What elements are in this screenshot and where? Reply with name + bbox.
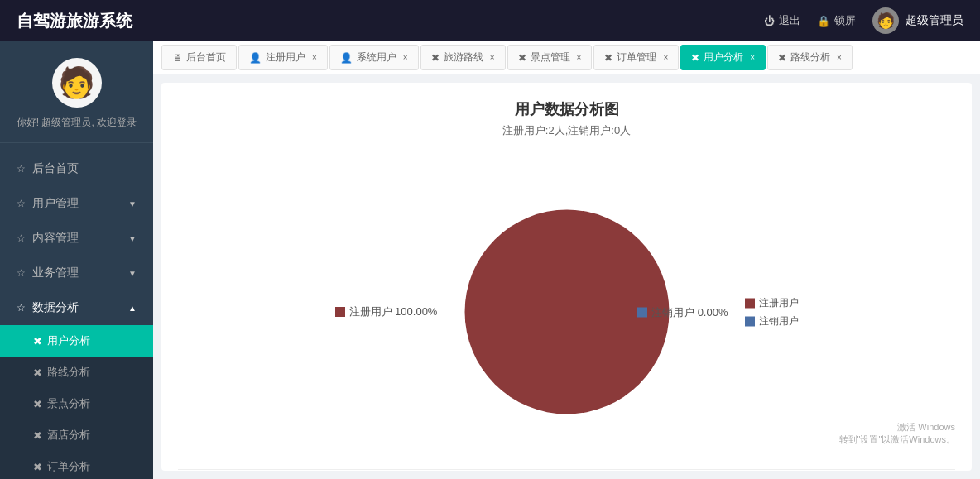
- header-username: 超级管理员: [906, 13, 963, 28]
- sidebar-item-content-mgmt[interactable]: ☆ 内容管理 ▼: [0, 221, 153, 256]
- sidebar-subitem-order-analysis[interactable]: ✖ 订单分析: [0, 451, 153, 479]
- sidebar-subitem-hotel-analysis-label: 酒店分析: [47, 428, 90, 443]
- chevron-up-icon: ▲: [128, 304, 137, 313]
- chevron-down-icon: ▼: [128, 199, 137, 208]
- chevron-down-icon-3: ▼: [128, 269, 137, 278]
- scenic-icon: ✖: [33, 398, 42, 410]
- sidebar-subitem-scenic-analysis[interactable]: ✖ 景点分析: [0, 388, 153, 419]
- star-icon-2: ☆: [17, 198, 26, 209]
- chevron-down-icon-2: ▼: [128, 234, 137, 243]
- sidebar-subitem-route-analysis-label: 路线分析: [47, 365, 90, 380]
- sidebar-item-data-analysis-label: 数据分析: [32, 300, 79, 315]
- monitor-icon: 🖥: [172, 52, 182, 64]
- power-icon: ⏻: [764, 15, 775, 27]
- hotel-icon: ✖: [33, 429, 42, 442]
- legend-item-registered: 注册用户: [745, 296, 799, 310]
- legend-color-registered: [745, 298, 755, 308]
- tab-close-order-mgmt[interactable]: ×: [663, 53, 668, 62]
- route-tab-icon: ✖: [431, 52, 440, 64]
- analysis-icon: ✖: [33, 335, 42, 347]
- page-content: 用户数据分析图 注册用户:2人,注销用户:0人 注册用户 100.00%: [161, 83, 972, 471]
- logout-button[interactable]: ⏻ 退出: [764, 13, 800, 28]
- sidebar-item-content-mgmt-label: 内容管理: [32, 231, 79, 246]
- sidebar-subitem-user-analysis-label: 用户分析: [47, 333, 90, 348]
- legend-color-cancelled: [745, 316, 755, 326]
- sidebar-subitem-user-analysis[interactable]: ✖ 用户分析: [0, 325, 153, 357]
- tab-close-route-analysis[interactable]: ×: [837, 53, 842, 62]
- footer: copyright ©2016-2020 All Rights reserved: [178, 469, 955, 471]
- content-area: 🖥 后台首页 👤 注册用户 × 👤 系统用户 × ✖ 旅游路线 × ✖ 景点管理: [153, 41, 980, 479]
- legend-label-cancelled: 注销用户: [759, 314, 799, 328]
- tab-close-scenic-mgmt[interactable]: ×: [577, 53, 582, 62]
- tab-tour-route[interactable]: ✖ 旅游路线 ×: [420, 45, 506, 70]
- legend-label-registered: 注册用户: [759, 296, 799, 310]
- star-icon-5: ☆: [17, 302, 26, 314]
- sidebar-user-area: 🧑 你好! 超级管理员, 欢迎登录: [0, 41, 153, 143]
- legend-item-cancelled: 注销用户: [745, 314, 799, 328]
- analysis-tab-icon: ✖: [691, 52, 699, 64]
- pie-label-registered-text: 注册用户 100.00%: [349, 304, 438, 319]
- pie-label-cancelled: 注销用户 0.00% 注册用户 注销用户: [637, 296, 798, 328]
- registered-color-box: [335, 307, 345, 317]
- route-icon: ✖: [33, 366, 42, 379]
- route-analysis-tab-icon: ✖: [778, 52, 786, 64]
- star-icon-4: ☆: [17, 267, 26, 279]
- pie-wrapper: 注册用户 100.00% 注销用户 0.00%: [319, 204, 815, 419]
- chart-subtitle: 注册用户:2人,注销用户:0人: [178, 123, 955, 138]
- tab-close-reg-user[interactable]: ×: [312, 53, 317, 62]
- cancelled-color-box: [637, 307, 647, 317]
- sidebar-item-biz-mgmt-label: 业务管理: [32, 266, 79, 280]
- tab-close-user-analysis[interactable]: ×: [750, 53, 755, 62]
- tab-close-tour-route[interactable]: ×: [490, 53, 495, 62]
- sidebar-subitem-scenic-analysis-label: 景点分析: [47, 396, 90, 411]
- pie-label-registered: 注册用户 100.00%: [335, 304, 438, 319]
- sidebar-item-home-label: 后台首页: [32, 161, 79, 176]
- sidebar-item-user-mgmt[interactable]: ☆ 用户管理 ▼: [0, 186, 153, 221]
- lock-button[interactable]: 🔒 锁屏: [817, 13, 856, 28]
- watermark-line2: 转到"设置"以激活Windows。: [839, 433, 955, 446]
- header-actions: ⏻ 退出 🔒 锁屏 🧑 超级管理员: [764, 7, 963, 34]
- sidebar-item-home[interactable]: ☆ 后台首页: [0, 151, 153, 186]
- user-area: 🧑 超级管理员: [872, 7, 963, 34]
- tab-user-analysis[interactable]: ✖ 用户分析 ×: [680, 45, 766, 70]
- sidebar-subitem-hotel-analysis[interactable]: ✖ 酒店分析: [0, 419, 153, 451]
- data-analysis-submenu: ✖ 用户分析 ✖ 路线分析 ✖ 景点分析 ✖ 酒店分析 ✖ 订单分析: [0, 325, 153, 479]
- tab-bar: 🖥 后台首页 👤 注册用户 × 👤 系统用户 × ✖ 旅游路线 × ✖ 景点管理: [153, 41, 980, 74]
- sidebar-avatar: 🧑: [52, 58, 102, 108]
- sidebar-subitem-order-analysis-label: 订单分析: [47, 459, 90, 474]
- pie-label-cancelled-text: 注销用户 0.00%: [651, 304, 728, 319]
- sidebar-item-data-analysis[interactable]: ☆ 数据分析 ▲: [0, 290, 153, 325]
- app-title: 自驾游旅游系统: [17, 10, 132, 32]
- tab-route-analysis[interactable]: ✖ 路线分析 ×: [767, 45, 853, 70]
- tab-order-mgmt[interactable]: ✖ 订单管理 ×: [593, 45, 679, 70]
- star-icon-3: ☆: [17, 232, 26, 244]
- chart-legend: 注册用户 注销用户: [745, 296, 799, 328]
- chart-title: 用户数据分析图: [178, 99, 955, 119]
- sidebar-menu: ☆ 后台首页 ☆ 用户管理 ▼ ☆ 内容管理 ▼ ☆: [0, 143, 153, 479]
- user-icon-tab1: 👤: [249, 52, 262, 64]
- avatar: 🧑: [872, 7, 899, 34]
- lock-icon: 🔒: [817, 15, 830, 27]
- star-icon: ☆: [17, 163, 26, 175]
- order-tab-icon: ✖: [604, 52, 612, 64]
- tab-scenic-mgmt[interactable]: ✖ 景点管理 ×: [507, 45, 593, 70]
- main-layout: 🧑 你好! 超级管理员, 欢迎登录 ☆ 后台首页 ☆ 用户管理 ▼ ☆: [0, 41, 980, 479]
- sidebar-item-user-mgmt-label: 用户管理: [32, 196, 79, 211]
- tab-close-sys-user[interactable]: ×: [403, 53, 408, 62]
- tab-reg-user[interactable]: 👤 注册用户 ×: [238, 45, 328, 70]
- sidebar-subitem-route-analysis[interactable]: ✖ 路线分析: [0, 357, 153, 388]
- sidebar-item-biz-mgmt[interactable]: ☆ 业务管理 ▼: [0, 256, 153, 290]
- sidebar: 🧑 你好! 超级管理员, 欢迎登录 ☆ 后台首页 ☆ 用户管理 ▼ ☆: [0, 41, 153, 479]
- tab-sys-user[interactable]: 👤 系统用户 ×: [329, 45, 419, 70]
- watermark-line1: 激活 Windows: [839, 421, 955, 433]
- tab-home[interactable]: 🖥 后台首页: [161, 45, 237, 70]
- header: 自驾游旅游系统 ⏻ 退出 🔒 锁屏 🧑 超级管理员: [0, 0, 980, 41]
- sidebar-greeting: 你好! 超级管理员, 欢迎登录: [17, 116, 137, 130]
- scenic-tab-icon: ✖: [518, 52, 526, 64]
- order-icon: ✖: [33, 461, 42, 473]
- user-icon-tab2: 👤: [340, 52, 353, 64]
- windows-watermark: 激活 Windows 转到"设置"以激活Windows。: [839, 421, 955, 446]
